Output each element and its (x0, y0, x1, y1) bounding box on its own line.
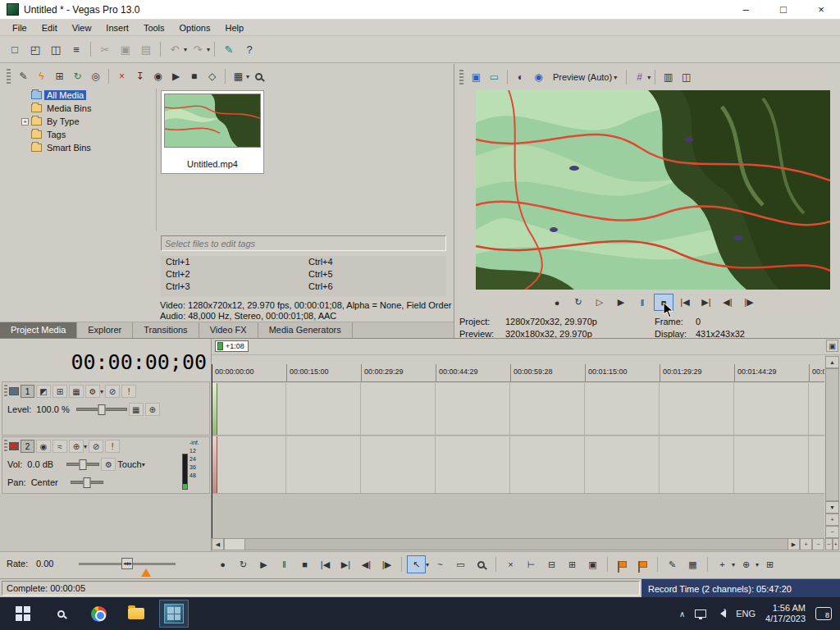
volume-icon[interactable] (716, 609, 726, 618)
taskbar-clock[interactable]: 1:56 AM 4/17/2023 (765, 603, 806, 624)
next-frame-button[interactable]: |▶ (377, 555, 396, 573)
language-indicator[interactable]: ENG (736, 609, 756, 619)
tray-chevron-icon[interactable]: ∧ (679, 609, 685, 619)
vegas-pro-taskbar-button[interactable] (159, 600, 189, 628)
compositing-mode-icon[interactable]: ▦ (129, 403, 144, 416)
panel-tab[interactable]: Video FX (199, 322, 258, 339)
video-solo-button[interactable]: ! (121, 385, 136, 398)
taskbar-search-button[interactable] (46, 600, 75, 628)
extract-audio-icon[interactable]: ↧ (131, 68, 148, 85)
audio-track-lane[interactable] (212, 436, 824, 494)
panel-grip[interactable] (459, 70, 463, 84)
make-compositing-child-icon[interactable]: ⊕ (145, 403, 160, 416)
track-fx-icon[interactable]: ▦ (69, 385, 84, 398)
refresh-icon[interactable]: ↻ (69, 68, 86, 85)
insert-track-caret-icon[interactable]: ▾ (732, 561, 735, 568)
rate-slider[interactable]: ◂◂▸▸ (79, 563, 176, 565)
play-button[interactable]: ▶ (254, 555, 273, 573)
loop-playback-button[interactable]: ↻ (234, 555, 253, 573)
chrome-taskbar-button[interactable] (84, 600, 113, 628)
menu-item[interactable]: Insert (98, 21, 136, 34)
add-bin-icon[interactable]: ⊞ (51, 68, 68, 85)
properties-icon[interactable]: ≡ (66, 39, 86, 59)
insert-audio-track-icon[interactable]: ⊕ (737, 555, 756, 573)
whats-this-help-icon[interactable]: ? (240, 39, 259, 59)
overlays-caret-icon[interactable]: ▾ (647, 74, 651, 81)
record-button[interactable]: ● (213, 555, 232, 573)
go-to-start-button[interactable]: |◀ (316, 555, 335, 573)
remove-media-icon[interactable]: × (113, 68, 130, 85)
timeline-zoom-corner[interactable]: − + (825, 538, 839, 550)
minimize-button[interactable]: – (727, 0, 765, 19)
record-button[interactable]: ● (547, 294, 567, 311)
overlays-grid-icon[interactable]: # (631, 69, 648, 86)
event-pan-crop-icon[interactable]: ✎ (663, 555, 682, 573)
paste-icon[interactable]: ▤ (136, 39, 156, 59)
invert-phase-icon[interactable]: ≈ (52, 440, 67, 453)
zoom-out-icon[interactable]: − (825, 538, 833, 550)
stop-button[interactable]: ■ (295, 555, 314, 573)
save-icon[interactable]: ◫ (46, 39, 66, 59)
time-ruler[interactable]: 00:00:00:0000:00:15:0000:00:29:2900:00:4… (212, 364, 824, 382)
zoom-out-track-height-icon[interactable]: − (825, 526, 839, 538)
zoom-in-icon[interactable]: + (833, 538, 840, 550)
timeline-vertical-scrollbar[interactable]: ▲ ▼ + − (825, 356, 839, 538)
save-snapshot-icon[interactable]: ◫ (678, 69, 695, 86)
import-media-icon[interactable]: ϟ (33, 68, 50, 85)
group-events-icon[interactable]: ⊞ (563, 555, 582, 573)
interactive-tutorials-icon[interactable]: ✎ (219, 39, 239, 59)
video-mute-button[interactable]: ⊘ (105, 385, 120, 398)
marker-tool-icon[interactable]: ▣ (826, 340, 838, 352)
video-track-lane[interactable] (212, 383, 824, 436)
track-grip[interactable] (4, 385, 7, 398)
tags-input[interactable] (161, 235, 446, 251)
views-icon[interactable]: ▦ (230, 68, 247, 85)
menu-item[interactable]: View (65, 21, 99, 34)
menu-item[interactable]: Tools (136, 21, 172, 34)
automation-settings-icon[interactable]: ⚙ (85, 385, 100, 398)
envelope-edit-tool[interactable]: ~ (431, 555, 450, 573)
media-search-icon[interactable] (250, 68, 267, 85)
panel-tab[interactable]: Media Generators (258, 322, 353, 339)
vertical-scroll-thumb[interactable] (825, 368, 839, 501)
split-screen-view-icon[interactable]: ◐ (512, 69, 529, 86)
redo-icon[interactable]: ↷ (188, 39, 208, 59)
horizontal-scroll-thumb[interactable] (224, 538, 245, 550)
scroll-left-icon[interactable]: ◀ (212, 538, 224, 550)
arm-for-record-button[interactable]: ◉ (36, 440, 51, 453)
vol-slider[interactable] (66, 463, 99, 466)
undo-caret-icon[interactable]: ▾ (184, 46, 187, 53)
get-media-from-web-icon[interactable]: ◎ (87, 68, 104, 85)
notification-center-icon[interactable]: 8 (815, 607, 832, 620)
level-slider-thumb[interactable] (98, 404, 105, 415)
tree-expander-icon[interactable]: + (21, 118, 29, 126)
audio-mute-button[interactable]: ⊘ (89, 440, 103, 453)
preview-quality-dropdown[interactable]: Preview (Auto)▾ (548, 71, 622, 84)
video-track-number[interactable]: 1 (21, 385, 34, 398)
timeline-time-display[interactable]: 00:00:00;00 (30, 350, 207, 374)
media-tree-item[interactable]: +By Type (21, 115, 154, 128)
capture-video-icon[interactable]: ◉ (149, 68, 167, 85)
audio-clip[interactable] (212, 436, 217, 493)
level-slider[interactable] (76, 408, 127, 411)
network-icon[interactable] (695, 609, 706, 618)
timeline-horizontal-scrollbar[interactable]: ◀ ▶ + − (212, 538, 824, 550)
preview-start-icon[interactable]: ▶ (167, 68, 185, 85)
pause-button[interactable]: ‖ (275, 555, 294, 573)
selection-edit-tool[interactable]: ▭ (451, 555, 470, 573)
automation-caret-icon[interactable]: ▾ (100, 388, 103, 395)
track-gain-icon[interactable]: ⊕ (69, 440, 84, 453)
video-output-fx-icon[interactable]: ◉ (530, 69, 547, 86)
rate-slider-thumb[interactable]: ◂◂▸▸ (121, 558, 133, 569)
preview-stop-icon[interactable]: ■ (185, 68, 203, 85)
go-to-end-button[interactable]: ▶| (336, 555, 355, 573)
insert-region-icon[interactable] (633, 555, 652, 573)
video-clip[interactable] (212, 383, 217, 435)
pan-slider-thumb[interactable] (83, 477, 90, 488)
insert-marker-icon[interactable] (613, 555, 632, 573)
panel-tab[interactable]: Project Media (0, 322, 77, 339)
scroll-up-icon[interactable]: ▲ (825, 356, 839, 368)
mixer-icon[interactable]: ⊞ (760, 555, 779, 573)
panel-tab[interactable]: Transitions (133, 322, 199, 339)
copy-icon[interactable]: ▣ (116, 39, 135, 59)
